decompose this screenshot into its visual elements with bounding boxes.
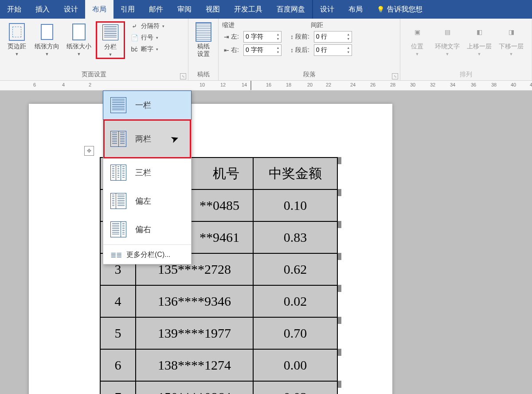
tab-table-design[interactable]: 设计 (313, 0, 341, 19)
ruler-tick: 28 (390, 82, 395, 87)
cell-phone[interactable]: 139****1977 (136, 317, 253, 349)
tab-baidu-disk[interactable]: 百度网盘 (270, 0, 312, 19)
size-label: 纸张大小 (66, 43, 91, 51)
cell-amount[interactable]: 0.83 (253, 221, 337, 253)
hyphenation-label: 断字 (141, 45, 153, 53)
table-row[interactable]: 7150****08640.03 (100, 381, 337, 394)
columns-two[interactable]: 两栏 ➤ (103, 119, 191, 158)
columns-three-label: 三栏 (135, 167, 151, 178)
cell-index[interactable]: 5 (100, 317, 136, 349)
dialog-launcher-icon[interactable]: ⤡ (180, 73, 186, 79)
cell-index[interactable]: 6 (100, 349, 136, 381)
breaks-icon: ⤶ (130, 22, 138, 30)
horizontal-ruler[interactable]: 6421012141618202224262830323436384042 (0, 81, 532, 91)
tab-table-layout[interactable]: 布局 (341, 0, 370, 19)
cell-amount[interactable]: 0.70 (253, 317, 337, 349)
spacing-after-label: 段后: (295, 46, 309, 54)
left-column-icon (110, 193, 126, 209)
columns-three[interactable]: 三栏 (103, 158, 191, 187)
columns-label: 分栏 (104, 43, 117, 51)
cell-amount[interactable]: 0.03 (253, 381, 337, 394)
cell-amount[interactable]: 0.02 (253, 285, 337, 317)
send-backward-icon: ◨ (502, 23, 520, 41)
cell-phone[interactable]: 138****1274 (136, 349, 253, 381)
cursor-icon: ➤ (169, 132, 180, 146)
cell-amount[interactable]: 0.10 (253, 189, 337, 221)
margins-label: 页边距 (8, 43, 26, 51)
group-label-arrange: 排列 (404, 70, 528, 79)
group-paragraph: 缩进 间距 ⇥左: ▲▼ ↕段前: ▲▼ ⇤右: ▲▼ ↕段后: ▲▼ 段落 ⤡ (219, 19, 400, 80)
three-column-icon (110, 165, 126, 181)
spacing-before-input[interactable]: ▲▼ (314, 31, 352, 43)
tell-me-search[interactable]: 💡 告诉我您想 (370, 0, 430, 19)
more-columns-label: 更多分栏(C)... (126, 250, 171, 260)
ribbon-body: 页边距 ▼ 纸张方向 ▼ 纸张大小 ▼ 分栏 ▼ ⤶ 分隔符 (0, 19, 532, 81)
table-row[interactable]: 5139****19770.70 (100, 317, 337, 349)
cell-amount[interactable]: 0.62 (253, 253, 337, 285)
ruler-tick: 42 (530, 82, 532, 87)
columns-left-label: 偏左 (135, 196, 151, 206)
columns-dropdown: 一栏 两栏 ➤ 三栏 偏左 偏右 ≣≣ 更多分栏(C)... (103, 91, 192, 264)
indent-left-input[interactable]: ▲▼ (243, 31, 282, 43)
cell-amount[interactable]: 0.00 (253, 349, 337, 381)
ruler-tick: 20 (307, 82, 313, 87)
cell-phone[interactable]: 136****9346 (136, 285, 253, 317)
header-amount[interactable]: 中奖金额 (253, 158, 337, 189)
ruler-tick: 40 (511, 82, 516, 87)
dialog-launcher-icon[interactable]: ⤡ (392, 73, 398, 79)
tab-design[interactable]: 设计 (57, 0, 85, 19)
paper-settings-button[interactable]: 稿纸 设置 (190, 21, 217, 59)
chevron-down-icon: ▾ (162, 24, 164, 28)
breaks-button[interactable]: ⤶ 分隔符 ▾ (129, 21, 166, 31)
cell-phone[interactable]: 150****0864 (136, 381, 253, 394)
spacing-after-input[interactable]: ▲▼ (314, 44, 352, 56)
columns-left[interactable]: 偏左 (103, 187, 191, 215)
group-paper: 稿纸 设置 稿纸 (188, 19, 219, 80)
hyphenation-icon: bċ (130, 45, 138, 53)
send-backward-button: ◨ 下移一层 ▼ (496, 21, 526, 58)
tab-developer[interactable]: 开发工具 (227, 0, 270, 19)
table-row[interactable]: 4136****93460.02 (100, 285, 337, 317)
spacing-before-icon: ↕ (290, 33, 293, 40)
tell-me-label: 告诉我您想 (387, 5, 422, 14)
columns-one[interactable]: 一栏 (103, 91, 192, 120)
position-label: 位置 (411, 43, 423, 51)
ruler-tick: 24 (350, 82, 356, 87)
table-row[interactable]: 6138****12740.00 (100, 349, 337, 381)
orientation-button[interactable]: 纸张方向 ▼ (32, 21, 62, 58)
tab-insert[interactable]: 插入 (28, 0, 57, 19)
table-anchor-icon[interactable]: ✥ (84, 146, 94, 156)
tab-layout[interactable]: 布局 (85, 0, 113, 19)
columns-button[interactable]: 分栏 ▼ (96, 21, 125, 59)
tab-review[interactable]: 审阅 (170, 0, 199, 19)
tab-start[interactable]: 开始 (0, 0, 28, 19)
hyphenation-button[interactable]: bċ 断字 ▾ (129, 44, 166, 54)
ruler-tick: 36 (471, 82, 476, 87)
columns-right[interactable]: 偏右 (103, 215, 191, 244)
cell-index[interactable]: 7 (100, 381, 136, 394)
orientation-icon (41, 24, 53, 40)
row-end-marker (338, 381, 341, 388)
row-end-marker (338, 317, 341, 324)
paper-settings-label: 稿纸 设置 (197, 43, 210, 58)
ruler-margin-marker (250, 81, 251, 90)
line-numbers-button[interactable]: 📄 行号 ▾ (129, 33, 166, 43)
margins-button[interactable]: 页边距 ▼ (4, 21, 30, 58)
indent-right-input[interactable]: ▲▼ (243, 44, 282, 56)
ruler-tick: 16 (266, 82, 271, 87)
ribbon-tabs: 开始 插入 设计 布局 引用 邮件 审阅 视图 开发工具 百度网盘 设计 布局 … (0, 0, 532, 19)
indent-left-label: 左: (231, 33, 239, 41)
indent-right-label: 右: (231, 46, 239, 54)
more-columns[interactable]: ≣≣ 更多分栏(C)... (103, 246, 191, 264)
chevron-down-icon: ▼ (15, 52, 19, 56)
size-button[interactable]: 纸张大小 ▼ (64, 21, 94, 58)
tab-view[interactable]: 视图 (199, 0, 227, 19)
indent-left-icon: ⇥ (224, 33, 229, 40)
chevron-down-icon: ▼ (109, 53, 113, 57)
line-numbers-label: 行号 (141, 34, 153, 42)
tab-mailings[interactable]: 邮件 (142, 0, 170, 19)
chevron-down-icon: ▾ (156, 36, 158, 40)
cell-index[interactable]: 4 (100, 285, 136, 317)
breaks-label: 分隔符 (141, 22, 160, 30)
tab-references[interactable]: 引用 (113, 0, 142, 19)
